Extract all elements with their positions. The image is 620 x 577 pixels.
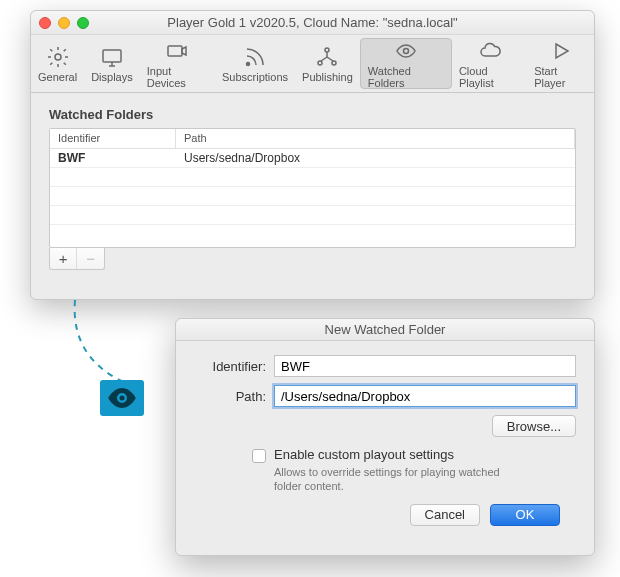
svg-point-9 [120,396,125,401]
add-button[interactable]: + [50,248,77,269]
tab-label: Displays [91,71,133,83]
dialog-actions: Cancel OK [194,494,576,526]
col-identifier[interactable]: Identifier [50,129,176,148]
enable-checkbox[interactable] [252,449,266,463]
tab-subscriptions[interactable]: Subscriptions [215,35,295,92]
titlebar: Player Gold 1 v2020.5, Cloud Name: "sedn… [31,11,594,35]
remove-button[interactable]: − [77,248,104,269]
tab-publishing[interactable]: Publishing [295,35,360,92]
svg-marker-8 [556,44,568,58]
cell-path: Users/sedna/Dropbox [176,149,575,167]
watched-folders-table: Identifier Path BWF Users/sedna/Dropbox … [49,128,576,248]
monitor-icon [100,45,124,69]
enable-checkbox-label: Enable custom playout settings [274,447,454,462]
svg-point-0 [55,54,61,60]
network-icon [315,45,339,69]
path-label: Path: [194,389,274,404]
tab-watched-folders[interactable]: Watched Folders [360,38,452,89]
tab-label: General [38,71,77,83]
table-row[interactable]: . [50,206,575,225]
table-row[interactable]: . [50,187,575,206]
col-path[interactable]: Path [176,129,575,148]
table-row[interactable]: BWF Users/sedna/Dropbox [50,149,575,168]
tab-label: Publishing [302,71,353,83]
enable-checkbox-row: Enable custom playout settings [252,447,576,463]
browse-row: Browse... [194,415,576,437]
tab-label: Cloud Playlist [459,65,520,89]
start-player-button[interactable]: Start Player [527,35,594,92]
section-title: Watched Folders [49,107,576,122]
preferences-window: Player Gold 1 v2020.5, Cloud Name: "sedn… [30,10,595,300]
table-row[interactable]: . [50,168,575,187]
tab-label: Subscriptions [222,71,288,83]
ok-button[interactable]: OK [490,504,560,526]
identifier-field[interactable] [274,355,576,377]
new-watched-folder-dialog: New Watched Folder Identifier: Path: Bro… [175,318,595,556]
traffic-lights [39,17,89,29]
path-field[interactable] [274,385,576,407]
tab-displays[interactable]: Displays [84,35,140,92]
tab-input-devices[interactable]: Input Devices [140,35,215,92]
zoom-icon[interactable] [77,17,89,29]
close-icon[interactable] [39,17,51,29]
tab-general[interactable]: General [31,35,84,92]
tab-label: Start Player [534,65,587,89]
watched-folders-panel: Watched Folders Identifier Path BWF User… [31,93,594,284]
identifier-row: Identifier: [194,355,576,377]
svg-point-3 [247,62,250,65]
cloud-icon [478,39,502,63]
svg-point-4 [325,48,329,52]
toolbar: General Displays Input Devices Subscript… [31,35,594,93]
window-title: Player Gold 1 v2020.5, Cloud Name: "sedn… [89,15,536,30]
watched-folder-badge-icon [100,380,144,416]
identifier-label: Identifier: [194,359,274,374]
minimize-icon[interactable] [58,17,70,29]
tab-label: Watched Folders [368,65,444,89]
cell-identifier: BWF [50,149,176,167]
svg-point-5 [318,61,322,65]
cancel-button[interactable]: Cancel [410,504,480,526]
table-header: Identifier Path [50,129,575,149]
gear-icon [46,45,70,69]
eye-folder-icon [394,39,418,63]
table-row[interactable]: . [50,225,575,244]
svg-rect-1 [103,50,121,62]
enable-checkbox-subtext: Allows to override settings for playing … [274,465,524,494]
rss-icon [243,45,267,69]
tab-cloud-playlist[interactable]: Cloud Playlist [452,35,527,92]
camera-icon [165,39,189,63]
play-icon [549,39,573,63]
svg-point-7 [403,48,408,53]
svg-rect-2 [168,46,182,56]
dialog-form: Identifier: Path: Browse... Enable custo… [176,341,594,536]
dialog-title: New Watched Folder [176,319,594,341]
tab-label: Input Devices [147,65,208,89]
svg-point-6 [332,61,336,65]
path-row: Path: [194,385,576,407]
table-footer: + − [49,248,105,270]
browse-button[interactable]: Browse... [492,415,576,437]
